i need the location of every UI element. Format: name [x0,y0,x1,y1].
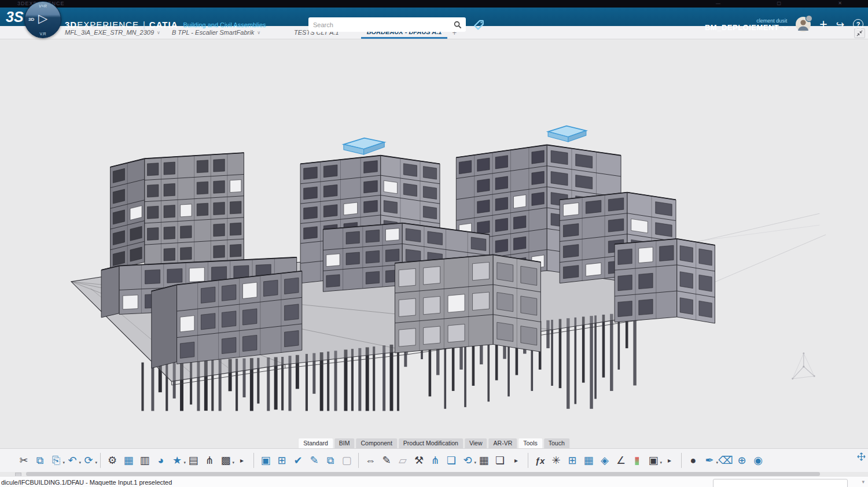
magic-wand-button[interactable]: ✳ [548,452,564,469]
save-with-options-button[interactable]: ⚙ [104,452,120,469]
building-model [0,39,868,450]
tag-icon[interactable] [473,19,485,31]
structure-tree-button[interactable]: ⋔ [201,452,218,469]
copy-button[interactable]: ⧉ [32,452,48,469]
update-button[interactable]: ⟳▾ [80,452,97,469]
ribbon-tab-component[interactable]: Component [356,438,397,448]
undo-button[interactable]: ↶▾ [64,452,80,469]
sheet-preview-button[interactable]: ▱ [395,452,411,469]
insert-component-icon: ⊞ [277,454,286,467]
layers-button[interactable]: ❏ [443,452,459,469]
command-input[interactable] [713,479,848,487]
close-window-button[interactable]: ✕ [838,1,842,6]
material-add-button[interactable]: ⊕ [734,452,750,469]
avatar[interactable] [796,17,811,32]
collab-space-selector[interactable]: clement dusit BM_DEPLOIEMENT [705,18,787,31]
search-box[interactable] [308,17,466,32]
expand-more-3-button[interactable]: ▸ [661,452,678,469]
dropdown-caret-icon[interactable]: ▾ [95,460,97,465]
color-picker-button[interactable]: ✒▾ [701,452,718,469]
minimize-window-button[interactable]: — [716,1,720,6]
ribbon-tab-bim[interactable]: BIM [334,438,355,448]
brand-product-bold: 3D [65,20,77,29]
ribbon-tab-view[interactable]: View [465,438,487,448]
batch-update-button[interactable]: ⚒ [411,452,427,469]
window-layout-button[interactable]: ▥ [137,452,153,469]
expand-more-button[interactable]: ▸ [234,452,250,469]
status-indicator-icon: ▮ [634,454,640,467]
ribbon-tab-standard[interactable]: Standard [299,438,333,448]
ribbon-section-tabs: StandardBIMComponentProduct Modification… [299,438,569,448]
select-table-icon: ▦ [123,454,133,467]
magic-wand-icon: ✳ [551,454,560,467]
maximize-window-button[interactable]: ▢ [777,1,781,6]
paste-icon: ⎘ [52,455,60,467]
copy-icon: ⧉ [36,455,44,467]
share-button[interactable]: ↪ [836,19,844,31]
search-icon[interactable] [454,21,462,29]
save-with-options-icon: ⚙ [108,454,117,467]
ribbon-tab-touch[interactable]: Touch [544,438,569,448]
ribbon-tab-product-modification[interactable]: Product Modification [399,438,463,448]
brand: 3DEXPERIENCE | CATIA Building and Civil … [65,15,266,34]
structure-tree-icon: ⋔ [205,454,214,467]
notes-icon: ▤ [188,454,198,467]
ribbon-tab-tools[interactable]: Tools [518,438,542,448]
edit-component-icon: ✎ [310,454,318,467]
display-panel-button[interactable]: ▣▾ [645,452,661,469]
table-options-icon: ▦ [583,454,593,467]
toolbar-scrollbar[interactable] [26,472,820,476]
3dexperience-compass[interactable]: V+R 3D ▷ V.R [24,1,61,38]
favorites-button[interactable]: ★▾ [169,452,185,469]
help-button[interactable]: ? [853,19,863,29]
formula-editor-button[interactable]: ƒx [532,452,548,469]
toolbar-separator [528,453,528,468]
brand-product: EXPERIENCE [77,20,139,29]
synchronize-button[interactable]: ⟲▾ [459,452,476,469]
measure-angle-button[interactable]: ∠ [613,452,629,469]
material-sphere-button[interactable]: ● [685,452,701,469]
product-structure-button[interactable]: ⋔ [427,452,443,469]
command-options-icon[interactable]: ▾ [862,479,865,485]
dassault-logo: 3S [6,8,24,25]
reframe-icon: ⇔ [365,455,376,467]
status-indicator-button[interactable]: ▮ [629,452,645,469]
measure-angle-icon: ∠ [616,454,626,467]
validate-document-button[interactable]: ✔ [290,452,306,469]
fit-all-in-button[interactable] [857,452,866,463]
search-input[interactable] [308,21,454,29]
clipboard-structure-button[interactable]: ▦ [476,452,492,469]
report-pages-button[interactable]: ❏ [492,452,508,469]
engineering-rules-button[interactable]: ◈ [597,452,613,469]
edit-component-button[interactable]: ✎ [306,452,322,469]
table-options-button[interactable]: ▦ [580,452,597,469]
spreadsheet-button[interactable]: ⊞ [564,452,580,469]
dashboard-chart-button[interactable]: ◕ [153,452,169,469]
color-picker-icon: ✒ [705,454,713,467]
expand-more-2-button[interactable]: ▸ [508,452,524,469]
isolate-component-button[interactable]: ▣ [258,452,274,469]
expand-more-2-icon: ▸ [514,456,518,464]
eraser-button[interactable]: ⌫ [718,452,734,469]
insert-component-button[interactable]: ⊞ [274,452,290,469]
ribbon-tab-ar-vr[interactable]: AR-VR [489,438,517,448]
sheet-edit-icon: ✎ [382,454,391,467]
notes-button[interactable]: ▤ [185,452,201,469]
material-add-icon: ⊕ [737,454,746,467]
toolbar-separator [681,453,682,468]
duplicate-component-button[interactable]: ⧉ [322,452,339,469]
paste-button[interactable]: ⎘▾ [48,452,64,469]
select-table-button[interactable]: ▦ [120,452,137,469]
favorites-icon: ★ [172,454,182,467]
add-content-button[interactable]: + [819,17,827,32]
sheet-edit-button[interactable]: ✎ [378,452,395,469]
barcode-options-button[interactable]: ▩▾ [218,452,234,469]
material-replace-button[interactable]: ◉ [750,452,766,469]
barcode-options-icon: ▩ [220,454,230,467]
reframe-button[interactable]: ⇔ [362,452,378,469]
engineering-rules-icon: ◈ [601,454,609,467]
cut-button[interactable]: ✂ [16,452,32,469]
viewport-3d[interactable] [0,39,868,450]
component-disabled-button[interactable]: ▢ [339,452,355,469]
synchronize-icon: ⟲ [463,454,472,467]
